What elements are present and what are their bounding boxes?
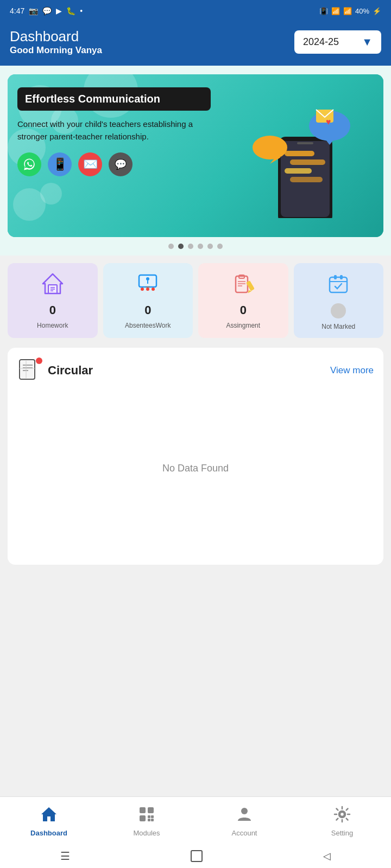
homework-count: 0 [49,303,56,317]
svg-rect-41 [21,361,34,378]
android-nav-bar: ☰ ◁ [0,844,391,868]
phone-icon: 📱 [48,152,72,176]
camera-icon: 📷 [29,7,38,15]
notmarked-label: Not Marked [321,323,355,330]
homework-label: Homework [37,322,68,329]
banner-description: Connect with your child's teachers estab… [17,118,211,143]
nav-label-account: Account [232,829,257,837]
nav-item-dashboard[interactable]: Dashboard [0,797,98,844]
svg-point-4 [253,136,287,159]
status-right: 📳 📶 📶 40% ⚡ [319,7,381,15]
wifi-icon: 📶 [331,7,340,15]
circular-header: Circular View more [17,358,374,384]
dot-6[interactable] [217,244,223,249]
dot-icon: • [80,7,83,15]
status-bar: 4:47 📷 💬 ▶ 🐛 • 📳 📶 📶 40% ⚡ [0,0,391,22]
svg-rect-39 [340,275,343,279]
dashboard-nav-icon [40,806,58,827]
assignment-icon [231,272,255,299]
absenteeswork-count: 0 [144,303,151,317]
svg-point-25 [152,288,155,291]
svg-point-23 [141,288,144,291]
svg-marker-47 [41,807,56,821]
svg-rect-8 [285,151,314,156]
absenteeswork-icon [136,272,160,299]
circular-title: Circular [48,363,93,378]
banner-content: Effortless Communication Connect with yo… [8,74,383,237]
page-title: Dashboard [10,28,102,45]
svg-point-55 [241,808,248,814]
banner-right: ♥ [220,74,383,237]
greeting-text: Good Morning Vanya [10,45,102,56]
assignment-count: 0 [240,303,247,317]
stat-card-homework[interactable]: 0 Homework [8,263,98,338]
homework-icon [41,272,65,299]
svg-rect-51 [148,815,150,818]
home-nav-icon[interactable] [191,850,203,862]
svg-rect-38 [334,275,337,279]
nav-label-modules: Modules [133,829,160,837]
banner-card[interactable]: Effortless Communication Connect with yo… [8,74,383,237]
email-icon: ✉️ [78,152,102,176]
header-title-block: Dashboard Good Morning Vanya [10,28,102,56]
bottom-nav: Dashboard Modules Account [0,796,391,844]
svg-rect-28 [237,277,247,291]
circular-section: Circular View more No Data Found [8,348,383,565]
svg-rect-52 [151,815,154,818]
banner-section: Effortless Communication Connect with yo… [0,66,391,256]
play-icon: ▶ [56,7,62,15]
svg-rect-48 [140,807,146,813]
svg-rect-11 [290,177,323,182]
dot-2[interactable] [178,244,184,249]
bug-icon: 🐛 [66,7,75,15]
stat-card-assignment[interactable]: 0 Assingment [198,263,288,338]
svg-rect-12 [297,142,313,144]
notmarked-icon [326,272,350,299]
year-selector[interactable]: 2024-25 ▼ [294,30,381,54]
svg-rect-50 [140,815,146,821]
vibrate-icon: 📳 [319,7,328,15]
chat-icon: 💬 [109,152,133,176]
chevron-down-icon: ▼ [362,36,373,48]
view-more-button[interactable]: View more [330,365,374,376]
nav-item-account[interactable]: Account [195,797,293,844]
battery-text: 40% [355,7,369,15]
no-data-message: No Data Found [17,392,374,544]
menu-nav-icon[interactable]: ☰ [60,850,70,863]
svg-rect-53 [148,819,150,821]
messenger-icon: 💬 [42,7,52,15]
dot-4[interactable] [198,244,203,249]
notmarked-circle [331,303,346,318]
svg-rect-54 [151,819,154,821]
stat-card-notmarked[interactable]: Not Marked [294,263,384,338]
dot-1[interactable] [168,244,174,249]
svg-rect-9 [290,159,325,165]
svg-rect-49 [148,807,154,813]
nav-item-modules[interactable]: Modules [98,797,195,844]
banner-title-box: Effortless Communication [17,87,211,111]
notification-badge [36,358,42,364]
svg-rect-10 [285,168,312,174]
dot-3[interactable] [188,244,193,249]
dot-5[interactable] [207,244,213,249]
svg-point-24 [146,288,149,291]
circular-icon-wrapper [17,358,41,384]
stats-section: 0 Homework 0 AbsenteesWork [0,256,391,338]
nav-item-setting[interactable]: Setting [293,797,391,844]
signal-icon: 📶 [343,7,352,15]
status-left: 4:47 📷 💬 ▶ 🐛 • [10,7,83,15]
back-nav-icon[interactable]: ◁ [323,850,331,862]
stat-card-absenteeswork[interactable]: 0 AbsenteesWork [103,263,193,338]
svg-point-21 [146,277,149,280]
whatsapp-icon [17,152,41,176]
banner-title: Effortless Communication [25,93,160,105]
charging-icon: ⚡ [373,7,381,15]
account-nav-icon [236,806,253,827]
circular-title-row: Circular [17,358,93,384]
nav-label-dashboard: Dashboard [30,829,67,837]
phone-illustration: ♥ [245,93,354,218]
assignment-label: Assingment [226,322,260,329]
svg-text:♥: ♥ [326,117,331,126]
app-header: Dashboard Good Morning Vanya 2024-25 ▼ [0,22,391,66]
absenteeswork-label: AbsenteesWork [125,322,171,329]
